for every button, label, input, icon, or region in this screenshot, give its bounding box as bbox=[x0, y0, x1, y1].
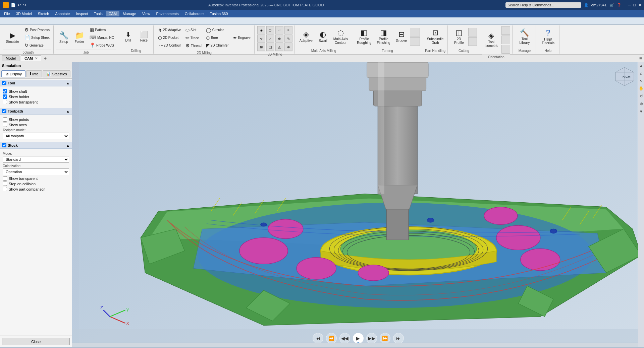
show-shaft-checkbox[interactable] bbox=[3, 89, 7, 93]
stock-section-header[interactable]: Stock ▲ bbox=[0, 142, 72, 149]
show-holder-checkbox[interactable] bbox=[3, 94, 7, 99]
3d-surface-button[interactable]: ◫ bbox=[266, 43, 274, 51]
cutting-btn2[interactable] bbox=[468, 37, 477, 46]
stop-on-collision-checkbox[interactable] bbox=[3, 182, 7, 186]
redo-icon[interactable]: ↪ bbox=[23, 3, 26, 7]
colorization-select[interactable]: Operation bbox=[3, 168, 69, 175]
show-transparent-stock-checkbox[interactable] bbox=[3, 176, 7, 181]
menu-fusion360[interactable]: Fusion 360 bbox=[207, 11, 230, 16]
minimize-button[interactable]: ─ bbox=[628, 3, 631, 7]
scroll-icon-2[interactable]: ▼ bbox=[639, 109, 643, 115]
help-tutorials-button[interactable]: ? Help/Tutorials bbox=[539, 27, 557, 46]
adaptive-button[interactable]: ◈ Adaptive bbox=[298, 29, 315, 44]
drill-button[interactable]: ⬇ Drill bbox=[121, 30, 136, 44]
stock-mode-select[interactable]: Standard bbox=[3, 156, 69, 163]
probe-wcs-button[interactable]: 📍 Probe WCS bbox=[88, 42, 116, 49]
cursor-icon[interactable]: ↖ bbox=[640, 78, 643, 84]
toolpath-collapse-icon[interactable]: ▲ bbox=[66, 109, 70, 113]
3d-contour-button[interactable]: 〰 bbox=[275, 26, 283, 34]
zoom-icon[interactable]: ⊕ bbox=[640, 101, 643, 107]
simulate-button[interactable]: ▶ Simulate bbox=[3, 30, 22, 45]
chamfer-2d-button[interactable]: ◤ 2D Chamfer bbox=[204, 42, 230, 49]
subspindle-grab-button[interactable]: ⊡ SubspindleGrab bbox=[425, 28, 445, 46]
tab-cam-close[interactable]: ✕ bbox=[35, 57, 38, 60]
3d-pocket-button[interactable]: ⬡ bbox=[266, 26, 274, 34]
post-process-button[interactable]: ⚙ Post Process bbox=[23, 26, 51, 33]
menu-view[interactable]: View bbox=[140, 11, 153, 16]
3d-ramp-button[interactable]: ⟋ bbox=[266, 34, 274, 43]
tab-model[interactable]: Model bbox=[2, 55, 19, 61]
tab-statistics[interactable]: 📊 Statistics bbox=[43, 70, 70, 77]
face-button[interactable]: ⬜ Face bbox=[137, 30, 151, 44]
3d-adaptive-button[interactable]: ◈ bbox=[257, 26, 265, 34]
setup-button[interactable]: 🔧 Setup bbox=[56, 30, 71, 45]
cart-icon[interactable]: 🛒 bbox=[609, 3, 614, 7]
help-icon[interactable]: ❓ bbox=[617, 3, 622, 7]
setup-sheet-button[interactable]: 📄 Setup Sheet bbox=[23, 34, 51, 41]
show-points-checkbox[interactable] bbox=[3, 117, 7, 122]
orientation-btn2[interactable] bbox=[501, 36, 510, 44]
panel-menu-button[interactable]: ≡ bbox=[639, 56, 642, 61]
tool-section-header[interactable]: Tool ▲ bbox=[0, 80, 72, 86]
home-icon[interactable]: ⌂ bbox=[640, 71, 642, 76]
close-button[interactable]: ✕ bbox=[638, 3, 641, 7]
menu-inspect[interactable]: Inspect bbox=[73, 11, 91, 16]
menu-manage[interactable]: Manage bbox=[120, 11, 139, 16]
close-simulation-button[interactable]: Close bbox=[2, 338, 70, 345]
play-button[interactable]: ▶ bbox=[353, 333, 364, 344]
goto-start-button[interactable]: ⏮ bbox=[313, 333, 323, 344]
orientation-btn3[interactable] bbox=[501, 45, 510, 54]
pocket-2d-button[interactable]: ⬡ 2D Pocket bbox=[156, 34, 183, 42]
turning-btn1[interactable] bbox=[410, 28, 420, 37]
tool-checkbox[interactable] bbox=[2, 81, 6, 85]
profile-finishing-button[interactable]: ◨ ProfileFinishing bbox=[374, 28, 393, 46]
menu-collaborate[interactable]: Collaborate bbox=[182, 11, 206, 16]
3d-project-button[interactable]: ⊞ bbox=[257, 43, 265, 51]
orientation-btn1[interactable] bbox=[501, 26, 510, 35]
tab-display[interactable]: 🖥 Display bbox=[1, 70, 25, 77]
turning-btn2[interactable] bbox=[410, 37, 420, 46]
folder-button[interactable]: 📁 Folder bbox=[72, 30, 87, 45]
menu-cam[interactable]: CAM bbox=[106, 11, 119, 16]
maximize-button[interactable]: □ bbox=[633, 3, 636, 7]
toolpath-mode-select[interactable]: All toolpath bbox=[3, 133, 69, 139]
scroll-icon-1[interactable]: ▲ bbox=[639, 63, 643, 69]
stock-collapse-icon[interactable]: ▲ bbox=[66, 143, 70, 147]
profile-2d-button[interactable]: ◫ 2DProfile bbox=[450, 28, 467, 46]
show-transparent-checkbox[interactable] bbox=[3, 100, 7, 104]
trace-button[interactable]: ✏ Trace bbox=[184, 34, 203, 42]
menu-tools[interactable]: Tools bbox=[91, 11, 105, 16]
search-box[interactable]: Search Help & Commands... bbox=[505, 2, 581, 8]
engrave-button[interactable]: ✒ Engrave bbox=[231, 34, 252, 42]
stock-checkbox[interactable] bbox=[2, 143, 6, 147]
menu-file[interactable]: File bbox=[1, 11, 13, 16]
undo-icon[interactable]: ↩ bbox=[18, 3, 21, 7]
show-part-comparison-checkbox[interactable] bbox=[3, 187, 7, 191]
swarf-button[interactable]: ◐ Swarf bbox=[316, 29, 330, 44]
circular-button[interactable]: ◯ Circular bbox=[204, 26, 230, 34]
groove-button[interactable]: ⊟ Groove bbox=[394, 29, 409, 44]
thread-button[interactable]: ⚙ Thread bbox=[184, 42, 203, 49]
menu-3dmodel[interactable]: 3D Model bbox=[13, 11, 35, 16]
3d-morph-button[interactable]: ⊕ bbox=[284, 43, 292, 51]
prev-op-button[interactable]: ⏪ bbox=[326, 333, 337, 344]
tab-info[interactable]: ℹ Info bbox=[26, 70, 42, 77]
tab-cam[interactable]: CAM ✕ bbox=[21, 55, 41, 61]
view-cube[interactable]: RIGHT bbox=[614, 66, 636, 87]
3d-pencil-button[interactable]: ✎ bbox=[284, 34, 292, 43]
prev-step-button[interactable]: ◀◀ bbox=[339, 333, 350, 344]
slot-button[interactable]: ⬭ Slot bbox=[184, 26, 203, 34]
toolpath-section-header[interactable]: Toolpath ▲ bbox=[0, 108, 72, 115]
orbit-icon[interactable]: ↺ bbox=[640, 93, 643, 99]
add-tab-button[interactable]: + bbox=[43, 56, 48, 61]
bore-button[interactable]: ⊙ Bore bbox=[204, 34, 230, 42]
3d-steep-button[interactable]: ◬ bbox=[275, 43, 283, 51]
multi-axis-contour-button[interactable]: ◌ Multi-AxisContour bbox=[331, 28, 350, 46]
toolpath-checkbox[interactable] bbox=[2, 109, 6, 113]
manual-nc-button[interactable]: ⌨ Manual NC bbox=[88, 34, 116, 41]
hand-icon[interactable]: ✋ bbox=[639, 86, 644, 91]
3d-parallel-button[interactable]: ≡ bbox=[284, 26, 292, 34]
menu-annotate[interactable]: Annotate bbox=[52, 11, 72, 16]
generate-button[interactable]: ↻ Generate bbox=[23, 42, 51, 49]
tool-collapse-icon[interactable]: ▲ bbox=[66, 81, 70, 85]
